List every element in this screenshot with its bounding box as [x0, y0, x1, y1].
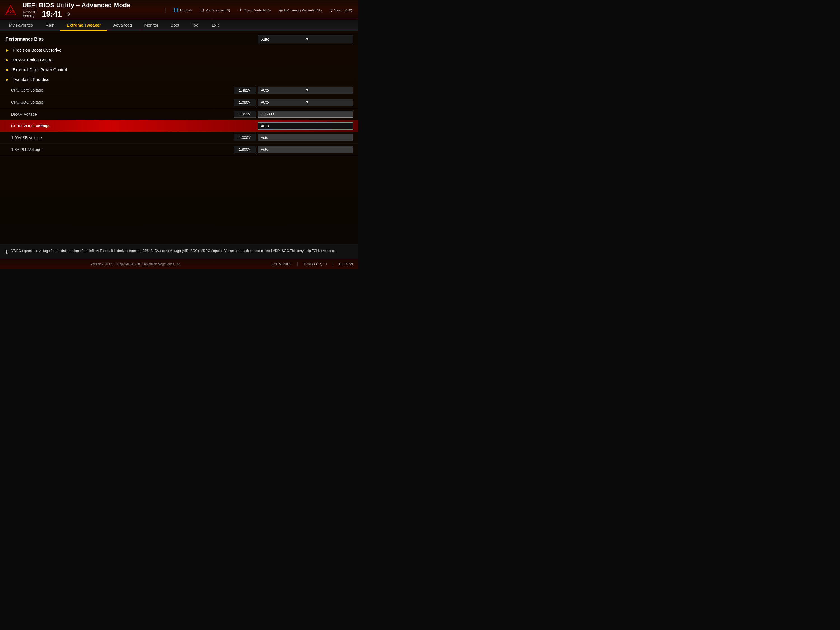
time-display: 19:41	[42, 9, 62, 19]
language-tool[interactable]: 🌐 English	[172, 7, 194, 13]
cpu-soc-voltage-dropdown[interactable]: Auto ▼	[257, 99, 353, 106]
footer-version: Version 2.20.1271. Copyright (C) 2019 Am…	[6, 262, 266, 266]
nav-main[interactable]: Main	[39, 20, 61, 31]
cpu-core-voltage-row: CPU Core Voltage 1.481V Auto ▼	[0, 84, 358, 96]
cpu-core-voltage-dropdown[interactable]: Auto ▼	[257, 87, 353, 94]
language-label: English	[180, 8, 192, 12]
performance-bias-value: Auto	[261, 37, 305, 41]
chevron-icon: ►	[6, 48, 9, 52]
search-tool[interactable]: ? Search(F9)	[329, 7, 354, 13]
eztuning-label: EZ Tuning Wizard(F11)	[284, 8, 322, 12]
footer-divider-1: |	[297, 262, 298, 267]
tweakers-paradise-label: Tweaker's Paradise	[13, 77, 49, 82]
bios-title: UEFI BIOS Utility – Advanced Mode	[22, 2, 159, 9]
dropdown-arrow-cpu-soc: ▼	[305, 100, 350, 104]
cpu-soc-voltage-label: CPU SOC Voltage	[11, 100, 234, 104]
dram-voltage-reading: 1.352V	[234, 111, 256, 118]
cpu-core-voltage-label: CPU Core Voltage	[11, 88, 234, 92]
cldo-vddg-voltage-label: CLDO VDDG voltage	[11, 124, 257, 128]
dram-voltage-input[interactable]: 1.35000	[257, 111, 353, 118]
globe-icon: 🌐	[173, 8, 178, 13]
pll-voltage-label: 1.8V PLL Voltage	[11, 147, 234, 152]
chevron-icon-4: ►	[6, 77, 9, 82]
cpu-soc-voltage-reading: 1.080V	[234, 99, 256, 106]
sb-voltage-row: 1.00V SB Voltage 1.000V Auto	[0, 132, 358, 144]
settings-area: Performance Bias Auto ▼ ► Precision Boos…	[0, 31, 358, 244]
pll-voltage-reading: 1.800V	[234, 146, 256, 153]
ezmode-icon: ⊣	[324, 262, 327, 266]
cpu-core-voltage-reading: 1.481V	[234, 87, 256, 94]
dram-voltage-label: DRAM Voltage	[11, 112, 234, 117]
eztuning-tool[interactable]: ◎ EZ Tuning Wizard(F11)	[278, 7, 324, 13]
qfan-label: Qfan Control(F6)	[243, 8, 271, 12]
top-tools: 🌐 English ⊡ MyFavorite(F3) ✦ Qfan Contro…	[172, 7, 354, 13]
fan-icon: ✦	[238, 8, 242, 13]
dram-timing-label: DRAM Timing Control	[13, 57, 54, 62]
chevron-icon-2: ►	[6, 58, 9, 62]
favorite-icon: ⊡	[201, 8, 204, 13]
dropdown-arrow-icon: ▼	[305, 37, 349, 41]
dram-timing-item[interactable]: ► DRAM Timing Control	[0, 55, 358, 65]
info-text: VDDG represents voltage for the data por…	[11, 248, 336, 253]
cpu-soc-voltage-value: Auto	[261, 100, 305, 104]
cpu-soc-voltage-row: CPU SOC Voltage 1.080V Auto ▼	[0, 96, 358, 108]
last-modified-label: Last Modified	[272, 262, 292, 266]
sb-voltage-input[interactable]: Auto	[257, 134, 353, 141]
hotkey-item: Hot Keys	[339, 262, 353, 266]
dram-voltage-row: DRAM Voltage 1.352V 1.35000	[0, 108, 358, 120]
external-digi-item[interactable]: ► External Digi+ Power Control	[0, 65, 358, 74]
cldo-vddg-voltage-dropdown[interactable]: Auto	[257, 122, 353, 129]
hotkey-label: Hot Keys	[339, 262, 353, 266]
nav-extremetweaker[interactable]: Extreme Tweaker	[60, 20, 107, 31]
ezmode-label: EzMode(F7)	[304, 262, 322, 266]
cpu-core-voltage-value: Auto	[261, 88, 305, 92]
settings-icon[interactable]: ⚙	[66, 11, 70, 17]
date-display: 7/29/2019 Monday	[22, 10, 37, 18]
divider-1: |	[165, 7, 166, 13]
nav-exit[interactable]: Exit	[205, 20, 225, 31]
cldo-vddg-voltage-value: Auto	[261, 124, 350, 128]
nav-advanced[interactable]: Advanced	[107, 20, 138, 31]
performance-bias-label: Performance Bias	[6, 37, 257, 42]
rog-logo-icon: ROG	[5, 5, 17, 16]
pll-voltage-row: 1.8V PLL Voltage 1.800V Auto	[0, 144, 358, 155]
top-bar: ROG UEFI BIOS Utility – Advanced Mode 7/…	[0, 0, 358, 20]
external-digi-label: External Digi+ Power Control	[13, 67, 67, 72]
nav-myfavorites[interactable]: My Favorites	[3, 20, 39, 31]
dropdown-arrow-cpu-core: ▼	[305, 88, 350, 92]
svg-text:ROG: ROG	[7, 10, 14, 13]
search-label: Search(F9)	[334, 8, 352, 12]
main-content: Performance Bias Auto ▼ ► Precision Boos…	[0, 31, 358, 259]
footer-divider-2: |	[332, 262, 333, 267]
myfavorite-tool[interactable]: ⊡ MyFavorite(F3)	[199, 7, 232, 13]
footer: Version 2.20.1271. Copyright (C) 2019 Am…	[0, 259, 358, 269]
nav-tool[interactable]: Tool	[185, 20, 205, 31]
performance-bias-dropdown[interactable]: Auto ▼	[257, 35, 353, 43]
info-icon: ℹ	[6, 249, 8, 255]
qfan-tool[interactable]: ✦ Qfan Control(F6)	[237, 7, 273, 13]
nav-bar: My Favorites Main Extreme Tweaker Advanc…	[0, 20, 358, 31]
myfavorite-label: MyFavorite(F3)	[205, 8, 230, 12]
bulb-icon: ◎	[279, 8, 283, 13]
sb-voltage-reading: 1.000V	[234, 134, 256, 141]
sb-voltage-label: 1.00V SB Voltage	[11, 136, 234, 140]
ezmode-item[interactable]: EzMode(F7) ⊣	[304, 262, 327, 266]
question-icon: ?	[330, 8, 333, 13]
cldo-vddg-voltage-row[interactable]: CLDO VDDG voltage Auto	[0, 120, 358, 132]
nav-monitor[interactable]: Monitor	[138, 20, 164, 31]
tweakers-paradise-item[interactable]: ► Tweaker's Paradise	[0, 74, 358, 84]
pll-voltage-input[interactable]: Auto	[257, 146, 353, 153]
title-area: UEFI BIOS Utility – Advanced Mode 7/29/2…	[22, 2, 159, 19]
last-modified-item: Last Modified	[272, 262, 292, 266]
rog-logo-area: ROG	[5, 5, 17, 16]
chevron-icon-3: ►	[6, 68, 9, 72]
precision-boost-item[interactable]: ► Precision Boost Overdrive	[0, 45, 358, 55]
nav-boot[interactable]: Boot	[164, 20, 185, 31]
performance-bias-row: Performance Bias Auto ▼	[0, 33, 358, 45]
info-bar: ℹ VDDG represents voltage for the data p…	[0, 244, 358, 259]
precision-boost-label: Precision Boost Overdrive	[13, 47, 61, 52]
